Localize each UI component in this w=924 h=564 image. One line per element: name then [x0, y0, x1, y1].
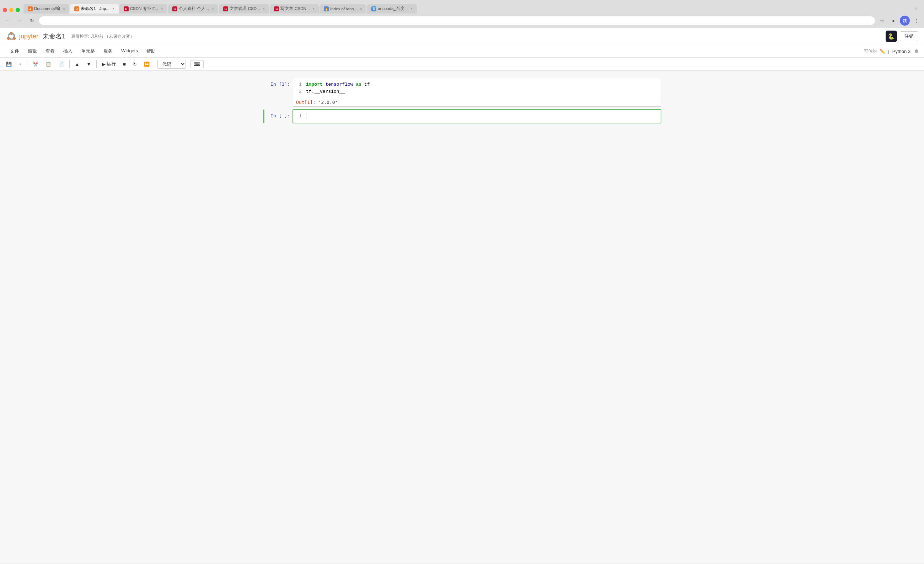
back-button[interactable]: ←	[3, 16, 13, 26]
menu-right: 可信的 ✏️ | Python 3	[864, 48, 918, 54]
cell-wrapper-cell-1: In [1]:1import tensorflow as tf2tf.__ver…	[263, 78, 661, 107]
tab-label: anconda_百度...	[378, 6, 408, 11]
menu-item-编辑[interactable]: 编辑	[24, 46, 41, 57]
bookmark-button[interactable]: ☆	[877, 16, 887, 26]
cell-input-area[interactable]: 1	[293, 110, 661, 123]
trusted-badge[interactable]: 可信的	[864, 48, 877, 54]
tab-tab-index[interactable]: 🔥Index of /ana...×	[320, 4, 366, 14]
tab-favicon: 🔥	[324, 6, 329, 11]
restart-run-button[interactable]: ⏩	[141, 60, 153, 69]
output-prompt: Out[1]:	[296, 99, 318, 105]
menu-item-单元格[interactable]: 单元格	[77, 46, 99, 57]
menu-item-查看[interactable]: 查看	[41, 46, 59, 57]
cell-content[interactable]: 1import tensorflow as tf2tf.__version__O…	[293, 78, 661, 107]
tab-close-button[interactable]: ×	[360, 7, 362, 11]
svg-text:🐍: 🐍	[888, 33, 895, 40]
notebook-title[interactable]: 未命名1	[43, 32, 65, 41]
address-input[interactable]: localhost:8888/notebooks/Documents/编程/te…	[39, 17, 875, 25]
tab-close-button[interactable]: ×	[263, 7, 265, 11]
menu-item-Widgets[interactable]: Widgets	[117, 46, 142, 57]
cut-button[interactable]: ✂️	[30, 60, 42, 69]
tab-label: CSDN-专业IT...	[130, 6, 158, 11]
toolbar-sep-1	[27, 60, 27, 68]
tab-tab-personal[interactable]: C个人资料-个人...×	[168, 4, 218, 14]
line-number: 1	[296, 113, 302, 120]
tab-tab-csdn3[interactable]: C写文章-CSDN...×	[270, 4, 319, 14]
save-button[interactable]: 💾	[3, 60, 15, 69]
tab-close-button[interactable]: ×	[212, 7, 214, 11]
line-content: import tensorflow as tf	[306, 81, 370, 88]
tab-label: 未命名1 - Jup...	[81, 6, 110, 11]
header-right: 🐍 注销	[886, 30, 918, 42]
logout-button[interactable]: 注销	[900, 31, 918, 41]
toolbar-sep-2	[69, 60, 70, 68]
jupyter-logo-text: jupyter	[19, 33, 38, 40]
notebook-area: In [1]:1import tensorflow as tf2tf.__ver…	[249, 71, 675, 133]
run-button[interactable]: ▶ 运行	[99, 59, 119, 69]
browser-actions: ☆ ● 跳 ⋮	[877, 16, 921, 26]
move-up-button[interactable]: ▲	[72, 60, 83, 69]
cells-container: In [1]:1import tensorflow as tf2tf.__ver…	[263, 78, 661, 123]
menu-item-服务[interactable]: 服务	[99, 46, 117, 57]
copy-button[interactable]: 📋	[42, 60, 54, 69]
paste-button[interactable]: 📄	[55, 60, 67, 69]
forward-button[interactable]: →	[15, 16, 25, 26]
tab-label: Documents/编	[34, 6, 60, 11]
tab-close-button[interactable]: ×	[161, 7, 163, 11]
python-icon: 🐍	[886, 30, 897, 42]
cell-prompt: In [1]:	[264, 78, 293, 107]
move-down-button[interactable]: ▼	[83, 60, 94, 69]
jupyter-logo: jupyter	[6, 30, 38, 42]
code-line: 1	[296, 113, 658, 120]
cell-prompt: In [ ]:	[264, 110, 293, 123]
edit-kernel-button[interactable]: ✏️	[880, 49, 885, 54]
tabs-container: JDocuments/编×J未命名1 - Jup...×CCSDN-专业IT..…	[24, 4, 910, 14]
menu-button[interactable]: ⋮	[911, 16, 921, 26]
user-avatar[interactable]: 跳	[900, 16, 910, 26]
cell-input-area[interactable]: 1import tensorflow as tf2tf.__version__	[293, 78, 661, 98]
run-label: 运行	[106, 61, 116, 67]
cell-type-select[interactable]: 代码	[158, 60, 186, 69]
toolbar-sep-4	[155, 60, 155, 68]
cell-content[interactable]: 1	[293, 110, 661, 123]
tab-favicon: 百	[371, 6, 376, 11]
extension-button[interactable]: ●	[888, 16, 898, 26]
tab-favicon: C	[124, 6, 129, 11]
tab-close-button[interactable]: ×	[312, 7, 315, 11]
tab-close-button[interactable]: ×	[411, 7, 412, 11]
tab-label: 文章管理-CSD...	[230, 6, 260, 11]
jupyter-header: jupyter 未命名1 最后检查: 几秒前 （未保存改变） 🐍 注销	[0, 28, 924, 45]
tab-label: Index of /ana...	[330, 7, 357, 11]
fullscreen-button[interactable]	[16, 8, 20, 12]
menu-item-文件[interactable]: 文件	[6, 46, 24, 57]
tab-tab-docs[interactable]: JDocuments/编×	[24, 4, 69, 14]
stop-button[interactable]: ■	[120, 60, 129, 69]
tab-close-button[interactable]: ×	[63, 7, 65, 11]
jupyter-toolbar: 💾 + ✂️ 📋 📄 ▲ ▼ ▶ 运行 ■ ↻ ⏩ 代码 ⌨	[0, 58, 924, 71]
tab-tab-anaconda[interactable]: 百anconda_百度...×	[367, 4, 417, 14]
new-tab-button[interactable]: +	[911, 3, 921, 14]
toolbar-sep-3	[96, 60, 97, 68]
tab-tab-csdn1[interactable]: CCSDN-专业IT...×	[119, 4, 167, 14]
add-cell-button[interactable]: +	[16, 60, 25, 69]
jupyter-menu: 文件编辑查看插入单元格服务Widgets帮助 可信的 ✏️ | Python 3	[0, 45, 924, 58]
tab-close-button[interactable]: ×	[112, 7, 114, 11]
output-text: '2.0.0'	[318, 99, 338, 105]
keyboard-shortcuts-button[interactable]: ⌨	[190, 60, 204, 68]
kernel-status-indicator	[915, 50, 918, 53]
address-bar-row: ← → ↻ localhost:8888/notebooks/Documents…	[0, 14, 924, 28]
menu-item-帮助[interactable]: 帮助	[142, 46, 160, 57]
restart-button[interactable]: ↻	[130, 60, 140, 69]
tab-favicon: J	[28, 6, 33, 11]
tab-favicon: J	[74, 6, 79, 11]
reload-button[interactable]: ↻	[27, 16, 37, 26]
menu-item-插入[interactable]: 插入	[59, 46, 77, 57]
jupyter-page: jupyter 未命名1 最后检查: 几秒前 （未保存改变） 🐍 注销 文件编辑…	[0, 28, 924, 563]
close-button[interactable]	[3, 8, 7, 12]
minimize-button[interactable]	[9, 8, 14, 12]
kernel-name: |	[888, 49, 889, 54]
cursor	[306, 113, 306, 119]
tab-favicon: C	[172, 6, 177, 11]
tab-tab-csdn2[interactable]: C文章管理-CSD...×	[219, 4, 269, 14]
tab-tab-jupyter[interactable]: J未命名1 - Jup...×	[70, 4, 119, 14]
